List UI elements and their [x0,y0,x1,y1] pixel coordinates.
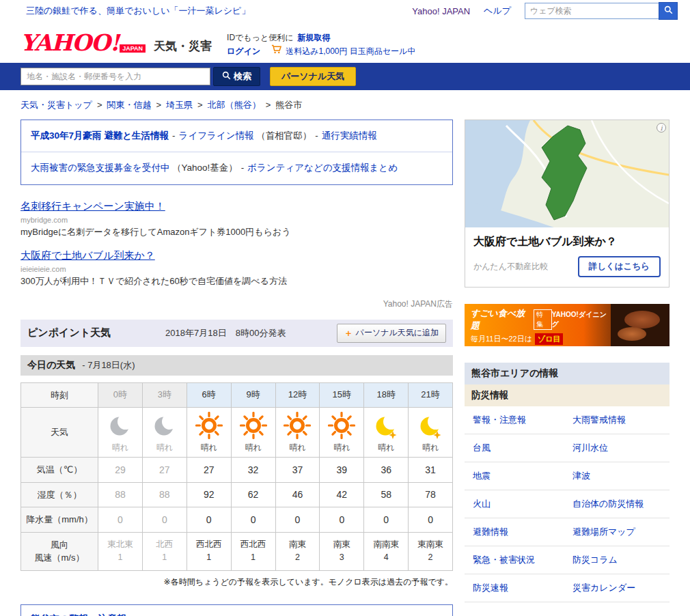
donation-link[interactable]: 大雨被害の緊急支援募金を受付中 [31,163,169,173]
bousai-link[interactable]: 河川水位 [566,434,670,462]
precipitation-cell: 0 [364,507,409,533]
bousai-link-row: 地震津波 [465,462,670,490]
traffic-record-link[interactable]: 通行実績情報 [322,130,377,141]
map-ad-title: 大阪府で土地バブル到来か？ [473,235,661,249]
humidity-cell: 62 [231,482,275,507]
moon-icon [107,412,134,439]
cart-icon [271,44,281,58]
topbar-help-link[interactable]: ヘルプ [484,5,511,17]
table-row-precipitation: 降水量（mm/h）00000000 [21,507,453,533]
hour-cell: 18時 [364,382,409,408]
add-personal-weather-label: パーソナル天気に追加 [356,327,439,339]
sun-icon [284,412,311,439]
bousai-link[interactable]: 避難情報 [465,518,566,546]
breadcrumb-link[interactable]: 天気・災害トップ [20,100,92,110]
weather-cell: 晴れ [409,408,453,458]
yahoo-logo[interactable]: YAHOO! JAPAN [20,31,146,54]
bousai-link-row: 防災速報災害カレンダー [465,574,670,602]
today-weather-header: 今日の天気 - 7月18日(水) [20,355,453,376]
ad-title-link[interactable]: 大阪府で土地バブル到来か？ [20,249,155,261]
bousai-link[interactable]: 災害カレンダー [566,574,670,602]
temperature-cell: 32 [231,458,275,483]
signup-link[interactable]: 新規取得 [297,31,330,44]
wind-cell: 西北西1 [231,532,275,570]
sun-icon [240,412,267,439]
table-row-temperature: 気温（℃）2927273237393631 [21,458,453,483]
bousai-link[interactable]: 防災コラム [566,546,670,574]
wind-cell: 西北西1 [187,532,231,570]
topbar-yahoo-japan-link[interactable]: Yahoo! JAPAN [412,6,470,16]
weather-cell: 晴れ [98,408,143,458]
search-icon [664,5,673,16]
humidity-cell: 88 [98,482,143,507]
forecast-note: ※各時間ちょうどの予報を表示しています。モノクロ表示は過去の予報です。 [20,576,453,588]
ad-title-link[interactable]: 名刺移行キャンペーン実施中！ [20,200,165,212]
ad-description: myBridgeに名刺データを移行してAmazonギフト券1000円もらおう [20,226,453,238]
bousai-link[interactable]: 地震 [465,462,566,490]
map-ad[interactable]: i 大阪府で土地バブル到来か？ かんたん不動産比較 詳しくはこちら [465,120,670,288]
sun-icon [195,412,223,439]
breadcrumb-link[interactable]: 埼玉県 [166,100,193,110]
emergency-row-1: 平成30年7月豪雨 避難と生活情報-ライフライン情報 （首相官邸）-通行実績情報 [21,120,452,152]
hour-cell: 6時 [187,382,231,408]
row-header-humidity: 湿度（％） [21,482,98,507]
weather-search-band: 検索 パーソナル天気 [0,63,690,90]
map-ad-body: 大阪府で土地バブル到来か？ かんたん不動産比較 詳しくはこちら [465,227,669,287]
hour-cell: 9時 [231,382,275,408]
ad-domain: ieieieieie.com [20,265,453,273]
lifeline-info-link[interactable]: ライフライン情報 [179,130,254,141]
table-row-humidity: 湿度（％）8888926246425878 [21,482,453,507]
pinpoint-title: ピンポイント天気 [27,326,111,339]
location-search-input[interactable] [20,68,210,85]
emergency-info-box: 平成30年7月豪雨 避難と生活情報-ライフライン情報 （首相官邸）-通行実績情報… [20,120,453,185]
shopping-promo-link[interactable]: 送料込み1,000円 目玉商品セール中 [286,44,415,58]
bousai-link[interactable]: 避難場所マップ [566,518,670,546]
text-ad: 大阪府で土地バブル到来か？ ieieieieie.com 300万人が利用中！Ｔ… [20,249,453,288]
topbar-promo-link[interactable]: 三陸の銀鮭で作る、簡単でおいしい「一汁一菜レシピ」 [26,5,250,17]
location-search-button[interactable]: 検索 [213,67,260,86]
warnings-title-link[interactable]: 熊谷市の警報・注意報 [31,613,126,616]
emergency-title-link[interactable]: 平成30年7月豪雨 避難と生活情報 [31,130,169,141]
volunteer-info-link[interactable]: ボランティアなどの支援情報まとめ [247,163,398,173]
header: YAHOO! JAPAN 天気・災害 IDでもっと便利に新規取得 ログイン 送料… [0,22,690,63]
bousai-link-row: 緊急・被害状況防災コラム [465,546,670,574]
precipitation-cell: 0 [275,507,320,533]
bousai-link[interactable]: 緊急・被害状況 [465,546,566,574]
separator: - [241,163,245,173]
humidity-cell: 78 [409,482,453,507]
food-ad-brand: YAHOO!ダイニング [552,310,610,329]
personal-weather-button[interactable]: パーソナル天気 [270,67,356,86]
bousai-link-row: 台風河川水位 [465,434,670,462]
weather-table: 時刻0時3時6時9時12時15時18時21時天気晴れ晴れ晴れ晴れ晴れ晴れ晴れ晴れ… [20,382,453,571]
map-ad-cta-button[interactable]: 詳しくはこちら [578,256,661,277]
bousai-link[interactable]: 台風 [465,434,566,462]
food-ad-zorome: ゾロ目 [535,333,564,345]
ad-description: 300万人が利用中！ＴＶで紹介された60秒で自宅価値を調べる方法 [20,275,453,288]
bousai-link[interactable]: 自治体の防災情報 [566,490,670,518]
bousai-link[interactable]: 火山 [465,490,566,518]
breadcrumb-link[interactable]: 北部（熊谷） [208,100,261,110]
moon-icon [372,412,400,439]
temperature-cell: 31 [409,458,453,483]
food-banner-ad[interactable]: すごい食べ放題 特集 YAHOO!ダイニング 毎月11日〜22日は ゾロ目 食べ… [465,304,670,346]
bousai-link[interactable]: 大雨警戒情報 [566,406,670,434]
service-title: 天気・災害 [154,31,212,54]
bousai-link[interactable]: 津波 [566,462,670,490]
wind-cell: 南東3 [320,532,364,570]
login-link[interactable]: ログイン [227,44,260,58]
breadcrumb-link[interactable]: 関東・信越 [107,100,152,110]
weather-cell: 晴れ [187,408,231,458]
add-personal-weather-button[interactable]: ＋ パーソナル天気に追加 [337,324,446,343]
bousai-info-header: 防災情報 [465,384,670,406]
bousai-link[interactable]: 警報・注意報 [465,406,566,434]
topbar: 三陸の銀鮭で作る、簡単でおいしい「一汁一菜レシピ」 Yahoo! JAPAN ヘ… [0,0,690,22]
row-header-wind: 風向風速（m/s） [21,532,98,570]
search-button-label: 検索 [234,70,251,83]
hour-cell: 12時 [275,382,320,408]
web-search-input[interactable] [525,3,659,19]
web-search-button[interactable] [659,2,678,20]
bousai-link[interactable]: 防災速報 [465,574,566,602]
table-row-hours: 時刻0時3時6時9時12時15時18時21時 [21,382,453,408]
ad-info-icon[interactable]: i [657,123,666,132]
table-row-wind: 風向風速（m/s）東北東1北西1西北西1西北西1南東2南東3南南東4東南東2 [21,532,453,570]
